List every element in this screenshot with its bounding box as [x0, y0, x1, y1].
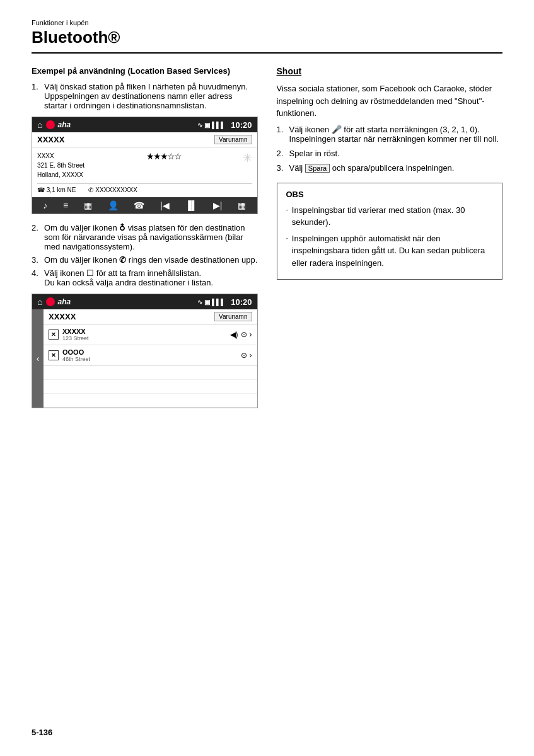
row1-text: XXXXX 123 Street [62, 328, 226, 341]
row2-text: OOOO 46th Street [62, 348, 237, 362]
step-4-subtext: Du kan också välja andra destinationer i… [44, 278, 213, 287]
music-icon[interactable]: ♪ [43, 200, 47, 210]
shout-title: Shout [277, 66, 503, 76]
phone-icon[interactable]: ☎ [134, 200, 144, 210]
row1-main: XXXXX [62, 328, 226, 335]
screen2-empty-row-3 [44, 394, 257, 408]
step-1-num: 1. [32, 82, 44, 110]
aha-text: aha [57, 120, 71, 129]
wifi-icon: ∿ [197, 122, 202, 129]
aha-logo: aha [46, 120, 71, 129]
header-small: Funktioner i kupén [32, 19, 502, 26]
row1-arrow-icon: › [250, 330, 252, 339]
screen2-aha-dot [46, 297, 55, 306]
shout-step-1-content: Välj ikonen 🎤 för att starta nerräkninge… [289, 125, 503, 144]
row2-circle-icon: ⊙ [241, 351, 247, 360]
screen2-aha-logo: aha [46, 297, 71, 306]
equalizer-icon[interactable]: ▦ [238, 200, 246, 210]
step-2-text: Om du väljer ikonen ♁ visas platsen för … [44, 223, 245, 251]
step-3-num: 3. [32, 255, 44, 265]
shout-step-2-text: Spelar in röst. [289, 149, 340, 158]
obs-item-1: · Inspelningsbar tid varierar med statio… [286, 204, 494, 229]
step-2: 2. Om du väljer ikonen ♁ visas platsen f… [32, 223, 258, 251]
obs-text-2: Inspelningen upphör automatiskt när den … [292, 232, 493, 270]
screen1-title-bar: XXXXX Varunamn [32, 132, 257, 147]
shout-step-2-num: 2. [277, 149, 289, 158]
screen1-time: 10:20 [231, 120, 252, 130]
screen2-row-2: ✕ OOOO 46th Street ⊙ › [44, 345, 257, 366]
screen2-title-bar: XXXXX Varunamn [44, 309, 257, 324]
screen2-title: XXXXX [49, 312, 76, 321]
list-icon[interactable]: ≡ [63, 200, 68, 210]
row2-icon: ✕ [49, 350, 59, 360]
row2-main: OOOO [62, 348, 237, 356]
screen2-signal-icon: ▌▌▌ [212, 299, 225, 306]
row1-sub: 123 Street [62, 335, 226, 341]
shout-step-3: 3. Välj Spara och spara/publicera inspel… [277, 163, 503, 173]
header-divider [32, 52, 502, 54]
station-details: XXXX 321 E. 8th Street Holland, XXXXX [37, 151, 84, 180]
obs-box: OBS · Inspelningsbar tid varierar med st… [277, 183, 503, 280]
screen1-title: XXXXX [37, 135, 64, 144]
signal-icon: ▌▌▌ [212, 122, 225, 129]
step-3-text: Om du väljer ikonen ✆ rings den visade d… [44, 255, 257, 265]
home-icon: ⌂ [37, 120, 42, 130]
screen1-content: XXXX 321 E. 8th Street Holland, XXXXX ★★… [32, 147, 257, 197]
row2-sub: 46th Street [62, 356, 237, 362]
screen1-header: ⌂ aha ∿ ▣ ▌▌▌ 10:20 [32, 117, 257, 132]
step-1-text: Välj önskad station på fliken I närheten… [44, 82, 248, 91]
shout-step-3-content: Välj Spara och spara/publicera inspelnin… [289, 163, 503, 173]
status-icons: ∿ ▣ ▌▌▌ 10:20 [197, 120, 252, 130]
row1-actions: ◀) ⊙ › [230, 330, 252, 339]
step-2-num: 2. [32, 223, 44, 251]
screen2-body: ‹ XXXXX Varunamn ✕ XXXXX 123 Street [32, 309, 257, 408]
obs-bullet-1: · [286, 204, 288, 229]
aha-dot [46, 120, 55, 129]
next-icon[interactable]: ▶| [213, 200, 223, 210]
shout-step-1-num: 1. [277, 125, 289, 144]
shout-step-1-text: Välj ikonen 🎤 för att starta nerräkninge… [289, 125, 499, 144]
screen2-wifi-icon: ∿ [197, 299, 202, 306]
station-info: XXXX 321 E. 8th Street Holland, XXXXX ★★… [37, 151, 252, 180]
row1-icon: ✕ [49, 329, 59, 340]
station-meta: ☎ 3,1 km NE ✆ XXXXXXXXXX [37, 183, 252, 193]
screen2-mockup: ⌂ aha ∿ ▣ ▌▌▌ 10:20 ‹ [32, 294, 258, 408]
shout-step-3-text: Välj Spara och spara/publicera inspelnin… [289, 163, 455, 173]
stars-container: ★★★☆☆ [146, 151, 181, 161]
step-1-subtext: Uppspelningen av destinationens namn ell… [44, 91, 232, 110]
spara-button[interactable]: Spara [305, 164, 330, 173]
obs-title: OBS [286, 190, 494, 199]
page: Funktioner i kupén Bluetooth® Exempel på… [0, 0, 534, 756]
row2-actions: ⊙ › [241, 351, 252, 360]
station-name: XXXX [37, 151, 84, 161]
screen2-row-1: ✕ XXXXX 123 Street ◀) ⊙ › [44, 324, 257, 345]
prev-icon[interactable]: |◀ [160, 200, 170, 210]
shout-step-2-content: Spelar in röst. [289, 149, 503, 158]
step-1: 1. Välj önskad station på fliken I närhe… [32, 82, 258, 110]
shout-step-2: 2. Spelar in röst. [277, 149, 503, 158]
left-section-title: Exempel på användning (Location Based Se… [32, 66, 258, 76]
screen2-time: 10:20 [231, 297, 252, 307]
obs-item-2: · Inspelningen upphör automatiskt när de… [286, 232, 494, 270]
shout-step-1: 1. Välj ikonen 🎤 för att starta nerräkni… [277, 125, 503, 144]
folder-icon[interactable]: ▦ [84, 200, 92, 210]
screen2-empty-row-1 [44, 366, 257, 380]
obs-text-1: Inspelningsbar tid varierar med station … [292, 204, 493, 229]
pause-icon[interactable]: ▐▌ [185, 200, 197, 210]
two-column-layout: Exempel på användning (Location Based Se… [32, 66, 502, 417]
contact-icon[interactable]: 👤 [108, 200, 119, 210]
screen2-aha-text: aha [57, 297, 71, 306]
step-4-content: Välj ikonen ☐ för att ta fram innehållsl… [44, 268, 258, 287]
shout-step-3-num: 3. [277, 163, 289, 173]
screen2-varunamn: Varunamn [214, 312, 252, 321]
back-button[interactable]: ‹ [32, 309, 44, 408]
step-4-text: Välj ikonen ☐ för att ta fram innehållsl… [44, 268, 201, 278]
station-phone: ✆ XXXXXXXXXX [88, 186, 137, 193]
step-4-num: 4. [32, 268, 44, 287]
page-footer: 5-136 [32, 728, 52, 737]
screen1-varunamn: Varunamn [214, 135, 252, 144]
left-column: Exempel på användning (Location Based Se… [32, 66, 258, 417]
screen2-status-icons: ∿ ▣ ▌▌▌ 10:20 [197, 297, 252, 307]
station-address1: 321 E. 8th Street [37, 161, 84, 170]
shout-intro: Vissa sociala stationer, som Facebook oc… [277, 83, 503, 120]
